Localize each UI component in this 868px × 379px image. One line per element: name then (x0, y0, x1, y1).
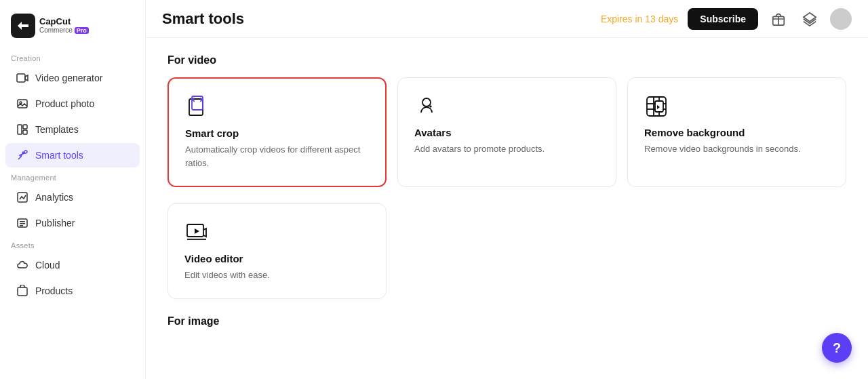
logo: CapCut Commerce Pro (0, 8, 145, 49)
capcut-logo-icon (11, 14, 35, 38)
content-area: For video Smart crop Automatically crop … (146, 38, 868, 379)
layers-icon-button[interactable] (799, 8, 821, 30)
section-creation-label: Creation (0, 49, 145, 65)
product-photo-icon (16, 98, 28, 110)
svg-rect-5 (23, 125, 27, 129)
smart-tools-icon (16, 149, 28, 161)
avatars-icon (414, 94, 439, 119)
svg-rect-10 (20, 221, 25, 222)
svg-point-17 (422, 98, 431, 106)
sidebar-item-products[interactable]: Products (5, 279, 140, 303)
sidebar-item-publisher-label: Publisher (35, 218, 75, 228)
video-editor-desc: Edit videos with ease. (184, 268, 370, 282)
sidebar-item-video-generator[interactable]: Video generator (5, 66, 140, 90)
smart-crop-title: Smart crop (185, 127, 369, 139)
expires-text: Expires in 13 days (601, 14, 678, 24)
sidebar-item-video-generator-label: Video generator (35, 73, 102, 83)
svg-rect-19 (655, 101, 663, 112)
topbar: Smart tools Expires in 13 days Subscribe (146, 0, 868, 38)
section-assets-label: Assets (0, 236, 145, 252)
subscribe-button[interactable]: Subscribe (688, 8, 758, 30)
smart-crop-card[interactable]: Smart crop Automatically crop videos for… (167, 77, 387, 187)
sidebar-item-product-photo[interactable]: Product photo (5, 92, 140, 116)
video-editor-icon (184, 220, 209, 245)
remove-background-icon (644, 94, 669, 119)
svg-rect-4 (18, 125, 22, 134)
gift-icon-button[interactable] (768, 8, 789, 30)
page-title: Smart tools (162, 10, 244, 28)
svg-rect-13 (18, 287, 27, 296)
products-icon (16, 285, 28, 297)
analytics-icon (16, 191, 28, 203)
sidebar-item-publisher[interactable]: Publisher (5, 211, 140, 235)
sidebar-item-templates[interactable]: Templates (5, 117, 140, 142)
publisher-icon (16, 217, 28, 229)
remove-background-card[interactable]: Remove background Remove video backgroun… (627, 77, 846, 187)
help-icon: ? (833, 340, 841, 356)
video-generator-icon (16, 72, 28, 84)
svg-rect-2 (18, 100, 27, 108)
cloud-icon (16, 259, 28, 271)
user-avatar[interactable] (830, 8, 852, 30)
svg-rect-12 (20, 225, 23, 226)
sidebar-item-products-label: Products (35, 285, 73, 296)
sidebar-item-smart-tools-label: Smart tools (35, 150, 83, 161)
smart-crop-desc: Automatically crop videos for different … (185, 143, 369, 169)
svg-point-7 (24, 151, 27, 153)
smart-crop-icon (185, 95, 210, 119)
svg-rect-6 (23, 130, 27, 134)
video-editor-title: Video editor (184, 253, 370, 264)
main-area: Smart tools Expires in 13 days Subscribe (146, 0, 868, 379)
avatars-desc: Add avatars to promote products. (414, 142, 599, 156)
section-management-label: Management (0, 168, 145, 184)
sidebar-item-cloud[interactable]: Cloud (5, 253, 140, 277)
topbar-right: Expires in 13 days Subscribe (601, 8, 852, 30)
sidebar-item-analytics[interactable]: Analytics (5, 185, 140, 210)
video-cards-row2: Video editor Edit videos with ease. (167, 203, 846, 299)
for-video-title: For video (167, 54, 846, 66)
logo-sub: Commerce Pro (39, 26, 89, 35)
sidebar-item-cloud-label: Cloud (35, 260, 60, 271)
sidebar-item-product-photo-label: Product photo (35, 98, 94, 109)
svg-rect-1 (17, 74, 25, 82)
svg-rect-11 (20, 223, 25, 224)
remove-background-desc: Remove video backgrounds in seconds. (644, 142, 829, 156)
remove-background-title: Remove background (644, 127, 829, 138)
video-editor-card[interactable]: Video editor Edit videos with ease. (167, 203, 387, 299)
templates-icon (16, 123, 28, 136)
sidebar-item-smart-tools[interactable]: Smart tools (5, 143, 140, 167)
sidebar-item-analytics-label: Analytics (35, 192, 73, 203)
for-image-title: For image (167, 315, 846, 327)
sidebar-item-templates-label: Templates (35, 124, 79, 135)
video-cards-row1: Smart crop Automatically crop videos for… (167, 77, 846, 187)
help-button[interactable]: ? (822, 333, 852, 363)
avatars-title: Avatars (414, 127, 599, 138)
logo-name: CapCut (39, 17, 89, 26)
avatars-card[interactable]: Avatars Add avatars to promote products. (397, 77, 616, 187)
sidebar: CapCut Commerce Pro Creation Video gener… (0, 0, 146, 379)
